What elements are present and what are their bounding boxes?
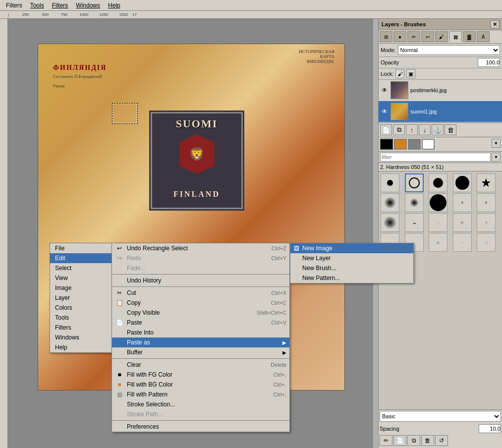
brush-color-black[interactable]: [380, 139, 393, 150]
spacing-label: Spacing: [380, 426, 477, 432]
brush-cell-6[interactable]: [381, 193, 399, 212]
brush-cell-5[interactable]: ★: [477, 173, 496, 192]
menu-filters[interactable]: Filters: [2, 1, 26, 10]
menu-filters2[interactable]: Filters: [48, 1, 72, 10]
brush-cell-12[interactable]: ☁: [405, 213, 424, 232]
layer-visibility-suomi[interactable]: 👁: [381, 108, 389, 115]
layer-delete-button[interactable]: 🗑: [445, 124, 456, 135]
ctx-fade[interactable]: Fade...: [112, 263, 289, 273]
ctx-copy[interactable]: 📋 Copy Ctrl+C: [112, 298, 289, 308]
brush-cell-4[interactable]: [453, 173, 472, 192]
brush-cell-14[interactable]: ❋: [453, 213, 472, 232]
submenu-new-image[interactable]: 🖼 New Image Shift+Ctrl+V: [290, 243, 413, 253]
mode-label: Mode:: [381, 47, 396, 53]
brush-edit-button[interactable]: ✏: [380, 435, 392, 446]
submenu-new-pattern[interactable]: New Pattern...: [290, 273, 413, 283]
layer-item-suomi[interactable]: 👁 suomi1.jpg: [379, 101, 502, 122]
tab-icon-patterns[interactable]: ▦: [449, 31, 462, 42]
ctx-preferences[interactable]: Preferences: [112, 422, 289, 432]
panel-close-button[interactable]: ✕: [491, 20, 499, 28]
layer-new-button[interactable]: 📄: [380, 124, 392, 135]
tab-icon-fonts[interactable]: A: [477, 31, 490, 42]
lock-icon-alpha[interactable]: ▣: [406, 69, 415, 78]
layer-item-postimerkki[interactable]: 👁 postimerkki.jpg: [379, 80, 502, 101]
tab-icon-gradients[interactable]: ▓: [463, 31, 476, 42]
ruler-top: | 250 500 750 1000 1250 1500 17: [0, 11, 502, 19]
brush-preset-select[interactable]: Basic: [380, 411, 501, 422]
fill-fg-icon: ■: [115, 370, 124, 379]
tab-icon-undo[interactable]: ↩: [421, 31, 434, 42]
menu-help[interactable]: Help: [104, 1, 124, 10]
mode-select[interactable]: Normal: [398, 45, 500, 55]
brush-cell-13[interactable]: ✶: [429, 213, 447, 232]
brush-cell-20[interactable]: ✿: [477, 233, 496, 252]
brush-color-orange[interactable]: [394, 139, 407, 150]
submenu-new-layer[interactable]: New Layer: [290, 253, 413, 263]
brush-color-white[interactable]: [422, 139, 435, 150]
ctx-stroke-path[interactable]: Stroke Path...: [112, 409, 289, 419]
brush-cell-10[interactable]: ✦: [477, 193, 496, 212]
menubar: Filters Tools Filters Windows Help: [0, 0, 502, 11]
ctx-redo[interactable]: ↪ Redo Ctrl+Y: [112, 253, 289, 263]
layer-visibility-postimerkki[interactable]: 👁: [381, 86, 389, 94]
ctx-paste[interactable]: 📄 Paste Ctrl+V: [112, 318, 289, 328]
spacing-row: Spacing: [380, 423, 501, 434]
brush-delete-button[interactable]: 🗑: [421, 435, 434, 446]
tab-icon-layers[interactable]: ⊞: [380, 31, 392, 42]
spacing-input[interactable]: [479, 424, 501, 433]
brush-cell-8[interactable]: [429, 193, 447, 212]
brush-cell-19[interactable]: ◉: [453, 233, 472, 252]
brush-refresh-button[interactable]: ↺: [435, 435, 448, 446]
menu-tools[interactable]: Tools: [26, 1, 48, 10]
mode-row: Mode: Normal: [379, 44, 502, 57]
brush-options-button[interactable]: ▼: [492, 139, 501, 148]
layer-down-button[interactable]: ↓: [419, 124, 431, 135]
brush-cell-9[interactable]: ✦: [453, 193, 472, 212]
ctx-sep4: [112, 420, 289, 421]
ctx-fill-pattern[interactable]: ▦ Fill with Pattern Ctrl+;: [112, 390, 289, 399]
brush-new-button[interactable]: 📄: [393, 435, 406, 446]
ctx-paste-into[interactable]: Paste Into: [112, 328, 289, 337]
brush-color-grey[interactable]: [408, 139, 421, 150]
stamp-subtitle: FINLAND: [173, 190, 220, 204]
ctx-paste-as[interactable]: Paste as ▶: [112, 337, 289, 347]
brush-cell-2[interactable]: [405, 173, 424, 192]
tab-icon-paths[interactable]: ✏: [407, 31, 420, 42]
brush-cell-1[interactable]: [381, 173, 399, 192]
brush-cell-18[interactable]: ◆: [429, 233, 447, 252]
ctx-fill-fg[interactable]: ■ Fill with FG Color Ctrl+,: [112, 370, 289, 380]
cut-icon: ✂: [115, 288, 124, 297]
layer-anchor-button[interactable]: ⚓: [432, 124, 444, 135]
brush-cell-11[interactable]: [381, 213, 399, 232]
ctx-clear[interactable]: Clear Delete: [112, 360, 289, 370]
tab-icon-brush[interactable]: 🖌: [435, 31, 448, 42]
ctx-cut[interactable]: ✂ Cut Ctrl+X: [112, 288, 289, 298]
brush-filter-button[interactable]: ▼: [492, 153, 501, 162]
ctx-copy-visible[interactable]: Copy Visible Shift+Ctrl+C: [112, 308, 289, 318]
ctx-buffer[interactable]: Buffer ▶: [112, 347, 289, 357]
layer-up-button[interactable]: ↑: [406, 124, 418, 135]
ctx-fill-bg[interactable]: ■ Fill with BG Color Ctrl+.: [112, 380, 289, 390]
lock-label: Lock:: [381, 71, 393, 77]
brush-cell-15[interactable]: ❃: [477, 213, 496, 232]
layer-duplicate-button[interactable]: ⧉: [393, 124, 405, 135]
layer-toolbar: 📄 ⧉ ↑ ↓ ⚓ 🗑: [379, 123, 502, 137]
submenu-new-brush[interactable]: New Brush...: [290, 263, 413, 273]
ctx-undo-history[interactable]: Undo History: [112, 276, 289, 285]
context-menu: ↩ Undo Rectangle Select Ctrl+Z ↪ Redo Ct…: [112, 243, 290, 432]
brush-duplicate-button[interactable]: ⧉: [407, 435, 420, 446]
ctx-stroke-selection[interactable]: Stroke Selection...: [112, 399, 289, 409]
opacity-input[interactable]: [478, 58, 500, 67]
new-image-icon: 🖼: [292, 244, 300, 252]
panel-header: Layers - Brushes ✕: [379, 19, 502, 30]
paste-icon: 📄: [115, 318, 124, 327]
brush-section: ▼ ▼ 2. Hardness 050 (51 × 51) ★ ✦ ✦ ☁ ✶ …: [379, 137, 502, 448]
ctx-undo-rect[interactable]: ↩ Undo Rectangle Select Ctrl+Z: [112, 243, 289, 253]
brush-cell-7[interactable]: [405, 193, 424, 212]
brush-filter-input[interactable]: [380, 153, 491, 162]
brush-cell-3[interactable]: [429, 173, 447, 192]
tab-icon-channels[interactable]: ●: [393, 31, 406, 42]
buffer-icon: [115, 348, 124, 357]
menu-windows[interactable]: Windows: [72, 1, 104, 10]
lock-icon-paint[interactable]: 🖌: [395, 69, 404, 78]
